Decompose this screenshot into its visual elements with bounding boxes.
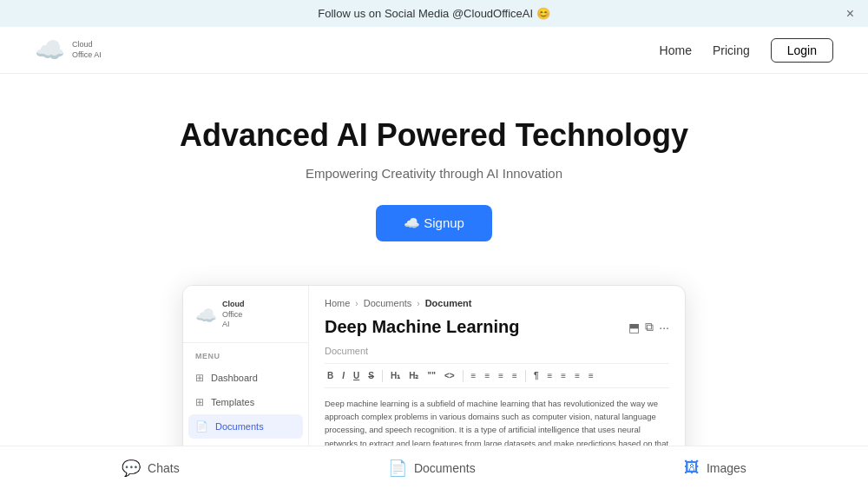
sidebar-documents-label: Documents	[215, 421, 264, 432]
indent-button[interactable]: ≡	[496, 369, 506, 382]
sidebar-logo: ☁️ CloudOfficeAI	[183, 300, 308, 343]
hero-section: Advanced AI Powered Technology Empowerin…	[0, 74, 868, 268]
paragraph-button[interactable]: ¶	[531, 369, 542, 382]
align-right-button[interactable]: ≡	[572, 369, 582, 382]
sidebar-templates-label: Templates	[211, 397, 254, 407]
bottom-nav-chats[interactable]: 💬 Chats	[122, 459, 180, 478]
underline-button[interactable]: U	[351, 369, 362, 382]
doc-title: Deep Machine Learning	[325, 317, 520, 337]
bottom-nav-images[interactable]: 🖼 Images	[684, 459, 746, 477]
hero-title: Advanced AI Powered Technology	[17, 117, 851, 154]
bold-button[interactable]: B	[325, 369, 336, 382]
toolbar-divider-3	[525, 370, 526, 382]
sidebar-item-templates[interactable]: ⊞ Templates	[183, 390, 308, 414]
breadcrumb-sep-1: ›	[355, 299, 358, 308]
ol-button[interactable]: ≡	[482, 369, 492, 382]
templates-icon: ⊞	[195, 396, 204, 408]
bottom-images-label: Images	[707, 461, 746, 475]
logo-cloud-icon: ☁️	[35, 36, 65, 64]
editor-toolbar: B I U S H₁ H₂ "" <> ≡ ≡ ≡ ≡ ¶ ≡ ≡ ≡ ≡	[325, 363, 669, 388]
breadcrumb-home[interactable]: Home	[325, 298, 350, 308]
bottom-documents-label: Documents	[414, 461, 476, 475]
bottom-images-icon: 🖼	[684, 459, 700, 477]
banner-close-button[interactable]: ×	[846, 7, 854, 21]
strikethrough-button[interactable]: S	[365, 369, 377, 382]
banner-text: Follow us on Social Media @CloudOfficeAI…	[318, 7, 549, 20]
copy-button[interactable]: ⧉	[645, 320, 654, 334]
sidebar-cloud-icon: ☁️	[195, 305, 217, 326]
nav-pricing-link[interactable]: Pricing	[713, 43, 750, 57]
top-banner: Follow us on Social Media @CloudOfficeAI…	[0, 0, 868, 27]
toolbar-divider-1	[382, 370, 383, 382]
breadcrumb-documents[interactable]: Documents	[364, 298, 412, 308]
bottom-chats-label: Chats	[148, 461, 180, 475]
toolbar-divider-2	[463, 370, 464, 382]
login-button[interactable]: Login	[771, 38, 833, 63]
align-center-button[interactable]: ≡	[558, 369, 569, 382]
documents-icon: 📄	[195, 420, 208, 433]
navbar-logo: ☁️ Cloud Office AI	[35, 36, 102, 64]
ul-button[interactable]: ≡	[469, 369, 479, 382]
bottom-nav-documents[interactable]: 📄 Documents	[388, 459, 476, 478]
hero-subtitle: Empowering Creativity through AI Innovat…	[17, 166, 851, 181]
breadcrumb-current: Document	[425, 298, 472, 308]
navbar-nav: Home Pricing Login	[660, 38, 833, 63]
nav-home-link[interactable]: Home	[660, 43, 692, 57]
sidebar-item-documents[interactable]: 📄 Documents	[188, 414, 303, 439]
share-button[interactable]: ⬒	[628, 320, 640, 334]
breadcrumb: Home › Documents › Document	[325, 298, 669, 308]
sidebar-logo-text: CloudOfficeAI	[222, 300, 245, 330]
sidebar-dashboard-label: Dashboard	[211, 373, 258, 383]
code-button[interactable]: <>	[442, 369, 457, 382]
more-options-button[interactable]: ···	[659, 320, 669, 334]
h2-button[interactable]: H₂	[406, 369, 421, 382]
sidebar-item-dashboard[interactable]: ⊞ Dashboard	[183, 366, 308, 390]
breadcrumb-sep-2: ›	[417, 299, 419, 308]
italic-button[interactable]: I	[339, 369, 347, 382]
navbar: ☁️ Cloud Office AI Home Pricing Login	[0, 27, 868, 74]
bottom-documents-icon: 📄	[388, 459, 407, 478]
bottom-chats-icon: 💬	[122, 459, 141, 478]
outdent-button[interactable]: ≡	[510, 369, 520, 382]
doc-title-row: Deep Machine Learning ⬒ ⧉ ···	[325, 317, 669, 337]
signup-button[interactable]: ☁️ Signup	[376, 205, 492, 241]
logo-text: Cloud Office AI	[72, 40, 102, 60]
quote-button[interactable]: ""	[424, 369, 437, 382]
bottom-nav: 💬 Chats 📄 Documents 🖼 Images	[0, 446, 868, 489]
align-justify-button[interactable]: ≡	[586, 369, 596, 382]
doc-actions: ⬒ ⧉ ···	[628, 320, 669, 334]
h1-button[interactable]: H₁	[388, 369, 403, 382]
align-left-button[interactable]: ≡	[545, 369, 556, 382]
sidebar-menu-label: MENU	[183, 343, 308, 366]
doc-section-label: Document	[325, 346, 669, 356]
dashboard-icon: ⊞	[195, 372, 204, 384]
